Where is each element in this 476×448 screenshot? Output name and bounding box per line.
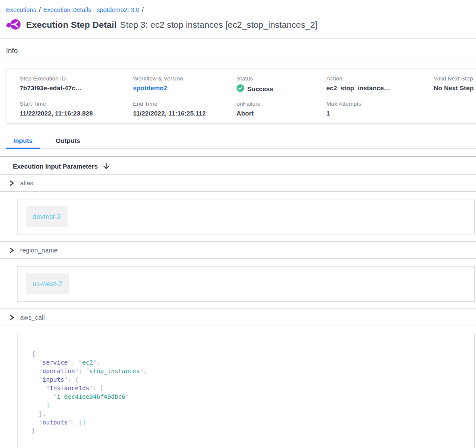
chevron-right-icon[interactable] <box>9 247 15 253</box>
tab-inputs[interactable]: Inputs <box>6 135 40 149</box>
info-field-label: onFailure <box>237 101 326 107</box>
status-text: Success <box>247 85 273 92</box>
info-divider <box>0 60 476 60</box>
sections: aliasdevtest-3region_nameus-west-2aws_ca… <box>0 175 476 448</box>
info-field-label: Max Attempts <box>326 101 434 107</box>
info-field: Step Execution ID7b73f93e-edaf-47c… <box>20 75 133 93</box>
breadcrumb-separator: / <box>142 6 144 13</box>
section-header-aws_call[interactable]: aws_call <box>0 309 476 326</box>
chevron-right-icon[interactable] <box>9 180 15 186</box>
section-label-region_name: region_name <box>20 246 58 254</box>
section-label-aws_call: aws_call <box>20 314 45 321</box>
section-header-region_name[interactable]: region_name <box>0 242 476 258</box>
status-badge: Success <box>237 84 326 93</box>
section-divider <box>0 191 476 192</box>
info-field-label: Step Execution ID <box>20 75 133 82</box>
chevron-right-icon[interactable] <box>9 314 15 320</box>
page-header: Execution Step Detail Step 3: ec2 stop i… <box>0 15 476 38</box>
arrow-down-icon[interactable] <box>103 162 110 170</box>
info-field-label: Valid Next Step <box>434 75 476 82</box>
params-header-row: Execution Input Parameters <box>0 157 476 174</box>
info-field: onFailureAbort <box>237 101 326 117</box>
section-header-alias[interactable]: alias <box>0 175 476 191</box>
param-value-box-alias: devtest-3 <box>17 199 475 234</box>
info-field: Valid Next StepNo Next Step <box>434 75 476 93</box>
page-subtitle: Step 3: ec2 stop instances [ec2_stop_ins… <box>120 20 318 30</box>
param-value-chip: devtest-3 <box>26 206 68 227</box>
info-field-value: 11/22/2022, 11:16:23.828 <box>20 110 133 117</box>
info-field: End Time11/22/2022, 11:16:25.112 <box>133 101 237 117</box>
info-field: Actionec2_stop_instance… <box>326 75 434 93</box>
info-field <box>434 101 476 117</box>
info-field-value: No Next Step <box>434 84 476 92</box>
info-field: Workflow & Versionspotdemo2 <box>133 75 237 93</box>
info-field-label: Action <box>326 75 434 82</box>
tabs: InputsOutputs <box>0 135 476 149</box>
page-title: Execution Step Detail <box>26 20 117 30</box>
info-field-label: End Time <box>133 101 237 107</box>
success-check-icon <box>237 84 244 93</box>
section-divider <box>0 258 476 259</box>
info-field-value: Abort <box>237 110 326 117</box>
workflow-link[interactable]: spotdemo2 <box>133 84 237 92</box>
info-field-value: ec2_stop_instance… <box>326 84 434 92</box>
info-field-value: 1 <box>326 110 434 117</box>
info-field: Max Attempts1 <box>326 101 434 117</box>
breadcrumb: Executions/Execution Details - spotdemo2… <box>0 0 476 15</box>
breadcrumb-separator: / <box>39 6 41 13</box>
param-code-box-aws_call: { "service": "ec2", "operation": "stop_i… <box>17 334 475 448</box>
params-header-label: Execution Input Parameters <box>13 163 98 170</box>
breadcrumb-link[interactable]: Executions <box>6 6 36 13</box>
info-field-label: Start Time <box>20 101 133 107</box>
param-value-box-region_name: us-west-2 <box>17 266 475 302</box>
section-label-alias: alias <box>20 179 33 187</box>
workflow-logo-icon <box>6 18 21 31</box>
info-field-label: Workflow & Version <box>133 75 237 82</box>
param-value-chip: us-west-2 <box>26 273 69 294</box>
info-field-label: Status <box>237 75 326 82</box>
info-card: Step Execution ID7b73f93e-edaf-47c…Workf… <box>6 68 476 124</box>
info-field: Start Time11/22/2022, 11:16:23.828 <box>20 101 133 117</box>
json-code: { "service": "ec2", "operation": "stop_i… <box>32 350 466 435</box>
breadcrumb-link[interactable]: Execution Details - spotdemo2: 3.0 <box>43 6 139 13</box>
info-section-title: Info <box>0 39 476 60</box>
tab-outputs[interactable]: Outputs <box>48 135 88 149</box>
info-field-value: 11/22/2022, 11:16:25.112 <box>133 110 237 117</box>
section-divider <box>0 326 476 326</box>
info-field-value: 7b73f93e-edaf-47c… <box>20 84 133 92</box>
info-field: StatusSuccess <box>237 75 326 93</box>
